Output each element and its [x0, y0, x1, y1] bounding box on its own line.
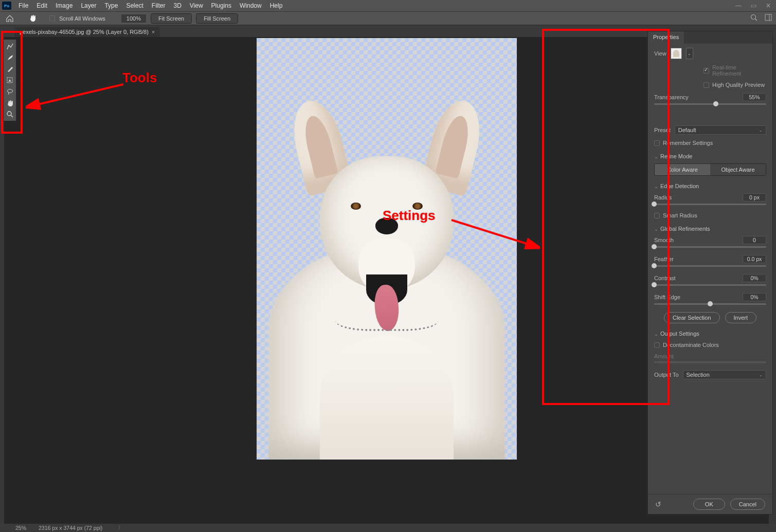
edge-detection-caret-icon[interactable]: ⌄ — [654, 184, 658, 189]
search-icon[interactable] — [750, 14, 757, 23]
hand-tool[interactable] — [4, 97, 16, 108]
amount-label: Amount — [654, 353, 674, 359]
menu-image[interactable]: Image — [51, 0, 77, 11]
cancel-button[interactable]: Cancel — [730, 499, 765, 510]
realtime-refinement-checkbox — [703, 68, 709, 74]
menu-edit[interactable]: Edit — [32, 0, 51, 11]
refine-mode-title: Refine Mode — [660, 153, 692, 159]
invert-button[interactable]: Invert — [725, 312, 757, 323]
radius-slider[interactable] — [654, 204, 766, 205]
refine-mode-caret-icon[interactable]: ⌄ — [654, 154, 658, 159]
feather-label: Feather — [654, 256, 674, 262]
high-quality-preview-label: High Quality Preview — [712, 82, 765, 88]
decontaminate-colors-checkbox[interactable] — [654, 342, 660, 348]
fill-screen-button[interactable]: Fill Screen — [196, 13, 238, 24]
view-mode-thumbnail[interactable] — [671, 48, 682, 59]
menu-plugins[interactable]: Plugins — [207, 0, 236, 11]
radius-label: Radius — [654, 194, 672, 200]
smart-radius-label: Smart Radius — [663, 212, 697, 218]
clear-selection-button[interactable]: Clear Selection — [664, 312, 720, 323]
edge-detection-title: Edge Detection — [660, 183, 699, 189]
color-aware-button[interactable]: Color Aware — [655, 164, 710, 175]
global-refinements-caret-icon[interactable]: ⌄ — [654, 227, 658, 232]
window-maximize-button[interactable]: ▭ — [751, 2, 756, 9]
window-minimize-button[interactable]: — — [735, 2, 742, 9]
realtime-refinement-label: Real-time Refinement — [712, 64, 766, 77]
brush-tool[interactable] — [4, 63, 16, 75]
menu-filter[interactable]: Filter — [148, 0, 170, 11]
svg-point-5 — [7, 89, 12, 93]
ok-button[interactable]: OK — [693, 499, 725, 510]
lasso-tool[interactable] — [4, 86, 16, 97]
feather-slider[interactable] — [654, 265, 766, 267]
high-quality-preview-checkbox[interactable] — [703, 82, 709, 88]
menu-select[interactable]: Select — [122, 0, 147, 11]
properties-panel: Properties View ⌄ Real-time Refinement H… — [647, 31, 773, 515]
scroll-all-checkbox[interactable] — [49, 15, 55, 21]
object-selection-tool[interactable] — [4, 75, 16, 86]
output-to-dropdown[interactable]: Selection⌄ — [683, 370, 767, 379]
smooth-slider[interactable] — [654, 246, 766, 248]
contrast-slider[interactable] — [654, 284, 766, 286]
annotation-settings-label: Settings — [383, 208, 436, 224]
transparency-value[interactable]: 55% — [743, 93, 766, 101]
transparency-slider[interactable] — [654, 103, 766, 105]
window-close-button[interactable]: ✕ — [766, 2, 771, 9]
options-bar: Scroll All Windows 100% Fit Screen Fill … — [0, 11, 776, 25]
object-aware-button[interactable]: Object Aware — [710, 164, 766, 175]
zoom-field[interactable]: 100% — [121, 14, 147, 23]
quick-selection-tool[interactable] — [4, 41, 16, 52]
refine-mode-toggle: Color Aware Object Aware — [654, 163, 766, 176]
svg-line-7 — [11, 115, 13, 117]
svg-point-0 — [751, 15, 756, 20]
view-mode-dropdown[interactable]: ⌄ — [686, 48, 693, 59]
menu-window[interactable]: Window — [236, 0, 266, 11]
amount-slider — [654, 361, 766, 363]
menu-help[interactable]: Help — [266, 0, 287, 11]
view-label: View — [654, 50, 666, 57]
shift-edge-label: Shift Edge — [654, 294, 680, 300]
image-subject-dog — [268, 89, 505, 460]
remember-settings-checkbox[interactable] — [654, 140, 660, 146]
output-settings-title: Output Settings — [660, 331, 699, 337]
menu-3d[interactable]: 3D — [169, 0, 185, 11]
fit-screen-button[interactable]: Fit Screen — [151, 13, 192, 24]
properties-tab[interactable]: Properties — [648, 31, 684, 44]
refine-edge-brush-tool[interactable] — [4, 52, 16, 63]
preset-dropdown[interactable]: Default⌄ — [675, 125, 766, 135]
menu-layer[interactable]: Layer — [77, 0, 100, 11]
reset-icon[interactable]: ↺ — [655, 500, 661, 508]
tools-panel — [3, 39, 16, 121]
feather-value[interactable]: 0.0 px — [743, 255, 766, 263]
output-to-label: Output To — [654, 372, 679, 378]
status-bar: 25% 2316 px x 3744 px (72 ppi) 〉 — [0, 524, 776, 532]
smart-radius-checkbox[interactable] — [654, 213, 660, 218]
document-canvas[interactable] — [257, 38, 517, 460]
hand-tool-icon[interactable] — [29, 14, 37, 23]
menu-bar: Ps File Edit Image Layer Type Select Fil… — [0, 0, 776, 11]
menu-view[interactable]: View — [186, 0, 207, 11]
close-tab-icon[interactable]: × — [152, 29, 155, 35]
output-settings-caret-icon[interactable]: ⌄ — [654, 332, 658, 337]
shift-edge-slider[interactable] — [654, 303, 766, 305]
annotation-tools-label: Tools — [122, 70, 157, 86]
menu-file[interactable]: File — [14, 0, 32, 11]
shift-edge-value[interactable]: 0% — [743, 293, 766, 301]
svg-line-1 — [755, 19, 757, 21]
status-zoom[interactable]: 25% — [15, 525, 26, 531]
contrast-value[interactable]: 0% — [743, 274, 766, 282]
zoom-tool[interactable] — [4, 108, 16, 120]
svg-point-6 — [7, 112, 11, 116]
document-tab[interactable]: pexels-pixabay-46505.jpg @ 25% (Layer 0,… — [14, 27, 160, 37]
workspace-switcher-icon[interactable] — [765, 14, 772, 23]
home-button[interactable] — [4, 14, 15, 23]
smooth-value[interactable]: 0 — [743, 236, 766, 244]
menu-type[interactable]: Type — [100, 0, 122, 11]
status-caret-icon[interactable]: 〉 — [118, 524, 123, 531]
preset-label: Preset — [654, 127, 671, 133]
radius-value[interactable]: 0 px — [743, 193, 766, 201]
document-tab-title: pexels-pixabay-46505.jpg @ 25% (Layer 0,… — [20, 29, 149, 35]
scroll-all-label: Scroll All Windows — [59, 15, 105, 22]
global-refinements-title: Global Refinements — [660, 226, 710, 232]
decontaminate-colors-label: Decontaminate Colors — [663, 342, 719, 348]
